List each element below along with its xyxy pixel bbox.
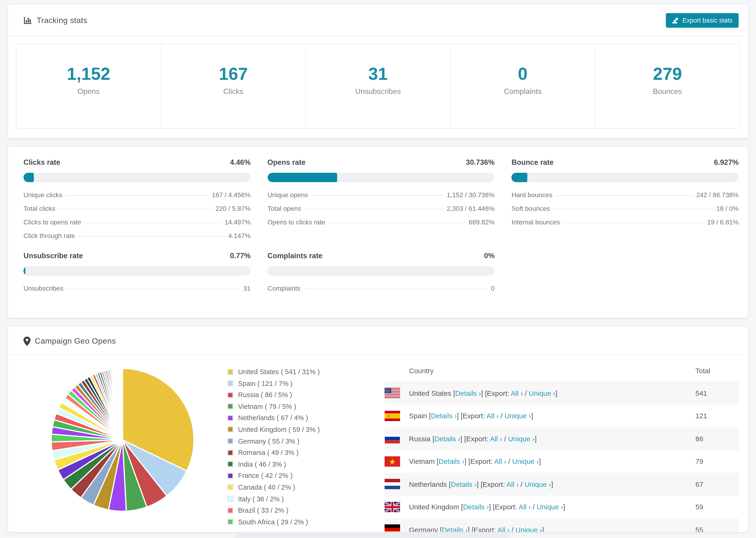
rates-panel: Clicks rate4.46%Unique clicks167 / 4.456… [8, 146, 748, 318]
stat-value: 31 [368, 64, 388, 84]
export-all-link[interactable]: All › [507, 480, 519, 488]
rate-stat-row: Hard bounces242 / 86.738% [512, 191, 739, 198]
geo-row-text: Germany [Details ›] [Export: All › / Uni… [409, 526, 544, 533]
legend-item-germany: Germany ( 55 / 3% ) [227, 437, 385, 445]
geo-row-text: United Kingdom [Details ›] [Export: All … [409, 503, 565, 511]
map-pin-icon [24, 337, 30, 346]
geo-table-header-total: Total [695, 367, 739, 375]
export-all-link[interactable]: All › [519, 503, 531, 511]
export-basic-stats-button[interactable]: Export basic stats [666, 13, 739, 28]
details-link[interactable]: Details › [431, 412, 457, 420]
country-name: Russia [409, 435, 431, 443]
details-link[interactable]: Details › [463, 503, 489, 511]
export-all-link[interactable]: All › [511, 389, 523, 397]
geo-row-text: Netherlands [Details ›] [Export: All › /… [409, 480, 553, 488]
export-unique-link[interactable]: Unique › [529, 389, 555, 397]
rate-stat-label: Complaints [267, 285, 300, 292]
geo-pie-chart [17, 355, 227, 532]
legend-swatch [227, 507, 233, 513]
geo-row-text: United States [Details ›] [Export: All ›… [409, 389, 557, 397]
row-links: [Details ›] [Export: All › / Unique ›] [459, 503, 565, 511]
legend-swatch [227, 415, 233, 421]
geo-content: United States ( 541 / 31% )Spain ( 121 /… [8, 355, 748, 532]
rate-stat-row: Clicks to opens rate14.497% [24, 218, 250, 226]
rate-stat-row: Internal bounces19 / 6.81% [512, 218, 739, 226]
rate-stat-label: Click through rate [24, 232, 75, 240]
rate-block-unsubscribe-rate: Unsubscribe rate0.77%Unsubscribes31 [24, 252, 250, 292]
rate-progress-bar [512, 173, 739, 182]
geo-table-body: United States [Details ›] [Export: All ›… [385, 382, 739, 532]
stat-box-opens: 1,152Opens [17, 44, 161, 128]
rate-stat-value: 19 / 6.81% [707, 218, 739, 226]
export-all-link[interactable]: All › [494, 457, 507, 465]
stat-box-bounces: 279Bounces [595, 44, 739, 128]
legend-swatch [227, 426, 233, 433]
country-name: United Kingdom [409, 503, 459, 511]
legend-item-romania: Romania ( 49 / 3% ) [227, 449, 385, 456]
details-link[interactable]: Details › [434, 435, 460, 443]
export-all-link[interactable]: All › [486, 412, 499, 420]
rate-stat-label: Opens to clicks rate [267, 218, 325, 226]
rate-stat-value: 14.497% [225, 218, 251, 226]
dotted-leader [328, 223, 465, 223]
rate-value: 30.736% [466, 158, 495, 167]
rate-stat-label: Clicks to opens rate [24, 218, 81, 226]
rate-progress-bar [24, 173, 250, 182]
rate-stat-row: Complaints0 [267, 285, 495, 292]
geo-row-total: 86 [695, 435, 739, 443]
geo-table-header-country: Country [409, 367, 434, 375]
tracking-stats-title-text: Tracking stats [37, 16, 87, 25]
row-links: [Details ›] [Export: All › / Unique ›] [438, 526, 544, 533]
stat-label: Opens [78, 87, 99, 96]
rate-stat-row: Unsubscribes31 [24, 285, 250, 292]
geo-header: Campaign Geo Opens [8, 326, 748, 354]
stat-value: 279 [653, 64, 682, 84]
details-link[interactable]: Details › [455, 389, 481, 397]
details-link[interactable]: Details › [442, 526, 468, 533]
geo-row-total: 67 [695, 480, 739, 488]
legend-swatch [227, 519, 233, 525]
legend-swatch [227, 484, 233, 490]
rate-title: Unsubscribe rate [24, 252, 83, 260]
legend-swatch [227, 438, 233, 444]
legend-label: Romania ( 49 / 3% ) [238, 449, 298, 456]
export-unique-link[interactable]: Unique › [515, 526, 542, 533]
legend-item-south-africa: South Africa ( 29 / 2% ) [227, 518, 385, 525]
legend-item-france: France ( 42 / 2% ) [227, 472, 385, 480]
country-name: Netherlands [409, 480, 447, 488]
export-all-link[interactable]: All › [498, 526, 510, 533]
legend-label: Vietnam ( 79 / 5% ) [238, 403, 296, 410]
legend-item-spain: Spain ( 121 / 7% ) [227, 380, 385, 387]
geo-row-total: 541 [695, 389, 739, 397]
geo-table-row-spain: Spain [Details ›] [Export: All › / Uniqu… [385, 404, 739, 427]
rate-title: Opens rate [267, 158, 305, 167]
rate-stat-label: Total clicks [24, 205, 55, 212]
stat-box-unsubscribes: 31Unsubscribes [306, 44, 451, 128]
rate-progress-fill [512, 173, 527, 182]
stat-label: Bounces [653, 87, 682, 96]
details-link[interactable]: Details › [439, 457, 464, 465]
geo-legend: United States ( 541 / 31% )Spain ( 121 /… [227, 368, 385, 532]
export-unique-link[interactable]: Unique › [505, 412, 531, 420]
geo-row-total: 79 [695, 457, 739, 465]
export-unique-link[interactable]: Unique › [512, 457, 539, 465]
export-unique-link[interactable]: Unique › [524, 480, 551, 488]
rate-progress-fill [24, 173, 33, 182]
geo-row-total: 59 [695, 503, 739, 511]
legend-label: Brazil ( 33 / 2% ) [238, 507, 288, 514]
rate-progress-bar [267, 266, 495, 276]
geo-row-total: 55 [695, 526, 739, 533]
legend-label: Spain ( 121 / 7% ) [238, 380, 293, 387]
geo-row-total: 121 [695, 412, 739, 420]
export-unique-link[interactable]: Unique › [537, 503, 563, 511]
legend-label: India ( 46 / 3% ) [238, 460, 286, 468]
details-link[interactable]: Details › [451, 480, 477, 488]
geo-row-text: Spain [Details ›] [Export: All › / Uniqu… [409, 412, 533, 420]
ru-flag-icon [385, 434, 400, 444]
rate-progress-fill [267, 173, 337, 182]
bar-chart-icon [24, 16, 32, 25]
legend-swatch [227, 380, 233, 386]
gb-flag-icon [385, 502, 400, 512]
export-all-link[interactable]: All › [490, 435, 502, 443]
export-unique-link[interactable]: Unique › [508, 435, 535, 443]
